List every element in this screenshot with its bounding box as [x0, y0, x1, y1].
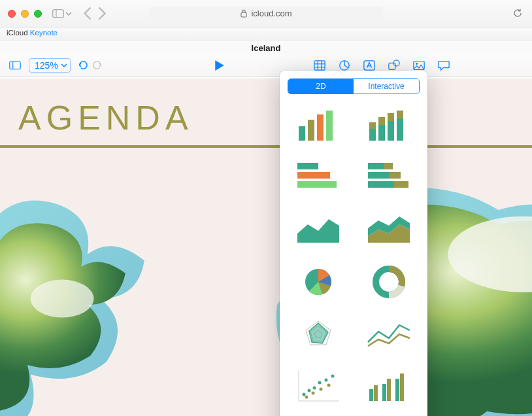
- svg-rect-31: [397, 111, 403, 118]
- map-image: [0, 180, 532, 416]
- svg-rect-34: [297, 181, 337, 188]
- breadcrumb-app[interactable]: Keynote: [30, 29, 58, 37]
- svg-rect-28: [388, 121, 394, 141]
- slide-canvas[interactable]: AGENDA: [0, 78, 532, 416]
- svg-rect-27: [378, 117, 385, 125]
- svg-rect-20: [299, 126, 305, 141]
- chart-donut[interactable]: [357, 259, 421, 305]
- svg-rect-61: [382, 384, 386, 401]
- document-title: Iceland: [0, 41, 532, 54]
- zoom-select[interactable]: 125%: [29, 58, 71, 73]
- tab-2d[interactable]: 2D: [288, 79, 354, 94]
- app-toolbar: 125%: [0, 54, 532, 77]
- svg-point-57: [320, 388, 323, 391]
- svg-rect-23: [326, 111, 333, 141]
- browser-titlebar: icloud.com: [0, 0, 532, 27]
- chart-bar-horizontal[interactable]: [286, 154, 350, 200]
- undo-button[interactable]: [77, 60, 88, 71]
- zoom-value: 125%: [35, 60, 58, 71]
- svg-point-51: [313, 387, 316, 390]
- chart-line-multi[interactable]: [357, 311, 421, 357]
- minimize-button[interactable]: [21, 10, 29, 18]
- svg-rect-3: [241, 13, 246, 18]
- sidebar-toggle-icon[interactable]: [52, 9, 64, 18]
- svg-rect-37: [368, 172, 389, 179]
- chart-picker-popover: 2D Interactive: [280, 71, 427, 416]
- svg-point-56: [312, 392, 315, 395]
- chart-area-stacked[interactable]: [357, 207, 421, 252]
- svg-point-52: [318, 381, 322, 385]
- svg-point-55: [305, 396, 308, 399]
- chart-bar-vertical[interactable]: [286, 102, 350, 148]
- maximize-button[interactable]: [34, 10, 42, 18]
- svg-rect-40: [394, 181, 408, 188]
- svg-rect-6: [314, 60, 325, 69]
- play-button[interactable]: [210, 58, 229, 73]
- heading-underline: [0, 145, 532, 148]
- svg-point-50: [308, 389, 311, 392]
- svg-rect-25: [369, 122, 376, 129]
- chart-bar-horizontal-stacked[interactable]: [357, 154, 421, 200]
- svg-rect-30: [397, 118, 403, 141]
- breadcrumb-service[interactable]: iCloud: [7, 29, 28, 37]
- chevron-down-icon: [61, 63, 67, 67]
- chart-bar-stacked[interactable]: [357, 102, 421, 148]
- svg-rect-33: [297, 172, 330, 179]
- svg-rect-62: [387, 379, 391, 401]
- lock-icon: [240, 9, 247, 18]
- svg-rect-36: [384, 163, 393, 169]
- svg-rect-35: [368, 163, 384, 169]
- url-text: icloud.com: [251, 9, 291, 18]
- svg-rect-32: [297, 163, 318, 169]
- tab-interactive[interactable]: Interactive: [354, 79, 419, 94]
- close-button[interactable]: [8, 10, 16, 18]
- svg-point-49: [303, 393, 306, 396]
- insert-comment-button[interactable]: [434, 58, 454, 73]
- reload-button[interactable]: [512, 8, 523, 18]
- svg-rect-29: [388, 113, 394, 121]
- chart-pie[interactable]: [286, 259, 350, 305]
- svg-rect-13: [389, 63, 395, 69]
- back-button[interactable]: [84, 7, 91, 20]
- svg-rect-59: [369, 389, 373, 401]
- view-button[interactable]: [5, 58, 25, 73]
- chart-radar[interactable]: [286, 311, 350, 357]
- chart-dimension-tabs: 2D Interactive: [288, 78, 420, 94]
- forward-button[interactable]: [98, 7, 106, 20]
- svg-rect-60: [374, 385, 378, 401]
- svg-rect-26: [378, 125, 385, 141]
- svg-point-53: [325, 379, 328, 382]
- chart-bar-grouped[interactable]: [357, 364, 421, 409]
- svg-rect-0: [53, 10, 64, 18]
- svg-rect-64: [400, 373, 404, 401]
- address-bar[interactable]: icloud.com: [148, 7, 383, 20]
- svg-point-16: [416, 63, 418, 65]
- chevron-down-icon[interactable]: [65, 12, 72, 16]
- svg-rect-24: [369, 129, 376, 141]
- svg-rect-22: [317, 114, 324, 141]
- svg-point-58: [327, 384, 331, 387]
- svg-rect-21: [308, 120, 314, 141]
- chart-scatter[interactable]: [286, 364, 350, 409]
- breadcrumb: iCloud Keynote: [0, 27, 532, 41]
- svg-rect-38: [389, 172, 401, 179]
- svg-rect-63: [395, 379, 399, 401]
- svg-point-19: [31, 279, 94, 317]
- chart-type-grid: [286, 102, 421, 416]
- slide-heading[interactable]: AGENDA: [0, 78, 532, 141]
- chart-area[interactable]: [286, 207, 350, 252]
- window-controls: [0, 10, 42, 18]
- svg-point-54: [331, 375, 335, 378]
- svg-rect-4: [10, 61, 20, 69]
- redo-button: [92, 60, 103, 71]
- svg-rect-39: [368, 181, 394, 188]
